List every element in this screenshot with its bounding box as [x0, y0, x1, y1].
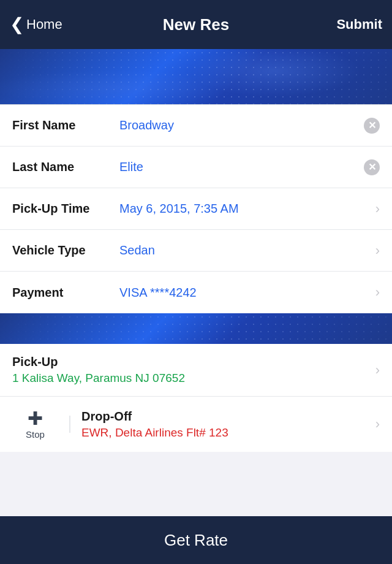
vehicle-type-row[interactable]: Vehicle Type Sedan › — [0, 230, 392, 272]
first-name-clear-button[interactable]: ✕ — [364, 118, 380, 134]
vehicle-type-chevron-icon: › — [375, 243, 380, 259]
payment-label: Payment — [12, 286, 119, 300]
pickup-address: 1 Kalisa Way, Paramus NJ 07652 — [12, 372, 371, 385]
dropoff-address: EWR, Delta Airlines Flt# 123 — [81, 426, 371, 440]
payment-row[interactable]: Payment VISA ****4242 › — [0, 272, 392, 313]
vehicle-type-value: Sedan — [119, 243, 371, 257]
clear-icon-2: ✕ — [368, 161, 376, 173]
back-label: Home — [26, 17, 62, 32]
pickup-time-row[interactable]: Pick-Up Time May 6, 2015, 7:35 AM › — [0, 188, 392, 230]
pickup-time-value: May 6, 2015, 7:35 AM — [119, 202, 371, 216]
first-name-value[interactable]: Broadway — [119, 118, 359, 132]
stop-pin-icon: ✚ — [28, 410, 43, 428]
pickup-time-label: Pick-Up Time — [12, 202, 119, 216]
pickup-label: Pick-Up — [12, 355, 371, 369]
payment-value: VISA ****4242 — [119, 286, 371, 300]
back-button[interactable]: ❮ Home — [10, 16, 71, 33]
first-name-row: First Name Broadway ✕ — [0, 105, 392, 147]
pickup-time-chevron-icon: › — [375, 201, 380, 217]
page-title: New Res — [163, 15, 229, 34]
pickup-text-block: Pick-Up 1 Kalisa Way, Paramus NJ 07652 — [12, 355, 371, 385]
back-icon: ❮ — [10, 16, 24, 33]
last-name-label: Last Name — [12, 160, 119, 174]
last-name-value[interactable]: Elite — [119, 160, 359, 174]
dropoff-chevron-icon: › — [375, 416, 380, 432]
form-section: First Name Broadway ✕ Last Name Elite ✕ … — [0, 104, 392, 313]
first-name-label: First Name — [12, 118, 119, 132]
dropoff-label: Drop-Off — [81, 410, 371, 424]
location-section: Pick-Up 1 Kalisa Way, Paramus NJ 07652 ›… — [0, 344, 392, 452]
stop-label: Stop — [26, 429, 45, 440]
get-rate-label: Get Rate — [164, 531, 228, 550]
header-banner — [0, 49, 392, 104]
vehicle-type-label: Vehicle Type — [12, 243, 119, 257]
stop-divider — [69, 416, 70, 433]
dropoff-row[interactable]: ✚ Stop Drop-Off EWR, Delta Airlines Flt#… — [0, 397, 392, 452]
last-name-row: Last Name Elite ✕ — [0, 147, 392, 188]
nav-bar: ❮ Home New Res Submit — [0, 0, 392, 49]
get-rate-button[interactable]: Get Rate — [0, 516, 392, 564]
pickup-row[interactable]: Pick-Up 1 Kalisa Way, Paramus NJ 07652 › — [0, 344, 392, 397]
section-divider — [0, 313, 392, 344]
last-name-clear-button[interactable]: ✕ — [364, 159, 380, 175]
payment-chevron-icon: › — [375, 284, 380, 300]
dropoff-text-block: Drop-Off EWR, Delta Airlines Flt# 123 — [81, 410, 371, 440]
pickup-chevron-icon: › — [375, 362, 380, 378]
stop-icon-block: ✚ Stop — [12, 410, 58, 440]
submit-button[interactable]: Submit — [321, 17, 382, 32]
clear-icon: ✕ — [368, 120, 376, 131]
